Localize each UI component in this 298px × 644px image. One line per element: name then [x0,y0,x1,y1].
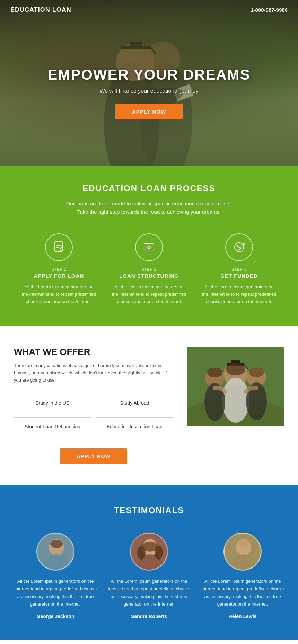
footer: Copyright © domainname.com. All Rights R… [0,640,298,644]
helen-lewis-avatar [225,534,262,571]
testimonials-row: All the Lorem Ipsum generators on the In… [14,533,284,619]
step-3: STEP 3 GET FUNDED All the Lorem Ipsum ge… [201,233,277,305]
step-2: STEP 2 LOAN STRUCTURING All the Lorem Ip… [111,233,187,305]
george-jackson-avatar [37,534,74,571]
testimonial-3-avatar [224,533,262,571]
testimonial-1-avatar [36,533,74,571]
testimonials-title: TESTIMONIALS [14,506,284,515]
svg-point-40 [137,546,146,560]
testimonial-2-name: Sandra Roberts [107,614,191,619]
testimonials-section: TESTIMONIALS All the Lorem Ipsum generat… [0,485,298,640]
svg-rect-10 [55,242,62,251]
money-transfer-icon [232,240,246,254]
phone-number: 1-800-987-9986 [251,7,288,13]
svg-point-36 [50,540,63,548]
testimonial-3: All the Lorem Ipsum generators on the In… [201,533,284,619]
steps-row: STEP 1 APPLY FOR LOAN All the Lorem Ipsu… [14,233,284,305]
offer-description: There are many variations of passages of… [14,362,173,384]
hero-section: EDUCATION LOAN 1-800-987-9986 EMPOWER YO… [0,0,298,166]
offer-left: WHAT WE OFFER There are many variations … [14,347,173,464]
step-1-num: STEP 1 [21,267,97,271]
svg-point-45 [237,540,251,547]
svg-point-25 [222,378,249,423]
testimonial-2-avatar [130,533,168,571]
testimonial-1-name: George Jackson [14,614,97,619]
hero-title: EMPOWER YOUR DREAMS [47,66,251,83]
navbar: EDUCATION LOAN 1-800-987-9986 [0,0,298,20]
offer-inner: WHAT WE OFFER There are many variations … [14,347,284,464]
offer-image [187,347,284,426]
offer-item-institution-loan[interactable]: Education Institution Loan [96,417,173,436]
svg-point-32 [249,367,264,377]
sandra-roberts-avatar [131,534,168,571]
svg-rect-14 [144,244,154,250]
step-3-num: STEP 3 [201,267,277,271]
offer-illustration [187,347,284,426]
step-3-name: GET FUNDED [201,273,277,279]
step-3-icon-circle [225,233,253,261]
testimonial-2: All the Lorem Ipsum generators on the In… [107,533,191,619]
svg-point-41 [155,546,163,560]
offer-right [187,347,284,426]
testimonial-3-text: All the Lorem Ipsum generators on the In… [201,578,284,608]
step-1-icon-circle [45,233,73,261]
step-1: STEP 1 APPLY FOR LOAN All the Lorem Ipsu… [21,233,97,305]
hero-subtitle: We will finance your educational journey [99,88,198,94]
hero-apply-button[interactable]: APPLY NOW [115,104,183,119]
step-2-name: LOAN STRUCTURING [111,273,187,279]
offer-item-study-us[interactable]: Study in the US [14,394,91,412]
svg-point-30 [226,363,245,375]
process-section: EDUCATION LOAN PROCESS Our loans are tai… [0,166,298,326]
testimonial-2-text: All the Lorem Ipsum generators on the In… [107,578,191,608]
document-edit-icon [52,240,66,254]
offer-title: WHAT WE OFFER [14,347,173,357]
testimonial-1: All the Lorem Ipsum generators on the In… [14,533,97,619]
process-title: EDUCATION LOAN PROCESS [14,184,284,193]
step-2-icon-circle [135,233,163,261]
step-3-text: All the Lorem Ipsum generators on the In… [201,284,277,305]
offer-apply-row: APPLY NOW [14,448,173,464]
hero-content: EMPOWER YOUR DREAMS We will finance your… [0,20,298,166]
graduation-screen-icon [142,240,156,254]
offer-item-study-abroad[interactable]: Study Abroad [96,394,173,412]
step-1-text: All the Lorem Ipsum generators on the In… [21,284,97,305]
offer-item-loan-refinancing[interactable]: Student Loan Refinancing [14,417,91,436]
step-2-num: STEP 2 [111,267,187,271]
step-2-text: All the Lorem Ipsum generators on the In… [111,284,187,305]
offer-apply-button[interactable]: APPLY NOW [60,448,127,464]
svg-point-31 [207,368,222,377]
offer-grid: Study in the US Study Abroad Student Loa… [14,394,173,436]
testimonial-3-name: Helen Lewis [201,614,284,619]
step-1-name: APPLY FOR LOAN [21,273,97,279]
testimonial-1-text: All the Lorem Ipsum generators on the In… [14,578,97,608]
offer-section: WHAT WE OFFER There are many variations … [0,326,298,484]
site-logo: EDUCATION LOAN [10,6,71,14]
process-description: Our loans are tailor-made to suit your s… [14,199,284,216]
